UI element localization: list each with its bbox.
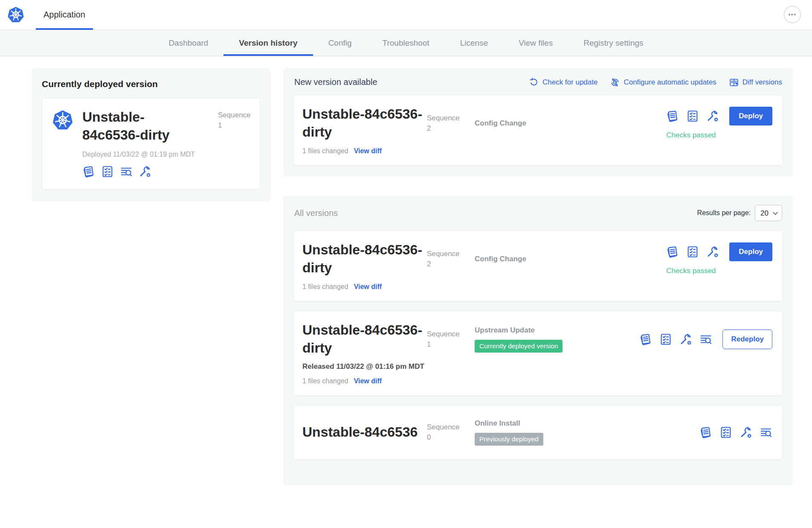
preflight-checks-icon[interactable] xyxy=(659,333,672,346)
config-icon[interactable] xyxy=(740,426,752,439)
logs-icon[interactable] xyxy=(760,426,772,439)
new-version-row: Unstable-84c6536-dirty Sequence 2 Config… xyxy=(293,95,783,166)
diff-icon xyxy=(729,78,739,87)
tab-registry-settings[interactable]: Registry settings xyxy=(568,30,658,56)
sequence-label: Sequence 2 xyxy=(427,249,475,269)
ellipsis-icon: ••• xyxy=(788,11,796,18)
previously-deployed-badge: Previously deployed xyxy=(475,433,543,446)
released-timestamp: Released 11/03/22 @ 01:16 pm MDT xyxy=(302,362,772,371)
sequence-label: Sequence 1 xyxy=(427,329,475,350)
deployed-timestamp: Deployed 11/03/22 @ 01:19 pm MDT xyxy=(82,151,218,158)
tab-version-history[interactable]: Version history xyxy=(223,30,313,56)
sequence-label: Sequence 1 xyxy=(218,108,250,178)
version-source: Online Install xyxy=(475,419,699,428)
preflight-checks-icon[interactable] xyxy=(101,165,114,178)
version-title: Unstable-84c6536-dirty xyxy=(302,321,427,357)
top-bar: Application ••• xyxy=(0,0,812,30)
overflow-menu-button[interactable]: ••• xyxy=(784,6,801,23)
version-row: Unstable-84c6536 Sequence 0 Online Insta… xyxy=(293,405,783,460)
new-version-heading: New version available xyxy=(294,77,377,87)
deploy-button[interactable]: Deploy xyxy=(729,107,772,125)
tab-license[interactable]: License xyxy=(445,30,504,56)
release-notes-icon[interactable] xyxy=(666,245,679,258)
tab-dashboard[interactable]: Dashboard xyxy=(153,30,223,56)
preflight-checks-icon[interactable] xyxy=(719,426,732,439)
view-diff-link[interactable]: View diff xyxy=(354,283,382,291)
version-row: Unstable-84c6536-dirty Sequence 2 Config… xyxy=(293,230,783,301)
logs-icon[interactable] xyxy=(699,333,712,346)
sequence-value: 1 xyxy=(427,339,475,350)
app-title: Application xyxy=(44,10,85,20)
results-per-page-label: Results per page: xyxy=(697,209,751,217)
release-notes-icon[interactable] xyxy=(666,110,679,123)
all-versions-panel: All versions Results per page: 20 xyxy=(283,195,793,485)
sequence-value: 0 xyxy=(427,432,475,443)
main-content: Currently deployed version Unstable-84c6… xyxy=(0,56,812,485)
check-for-update-link[interactable]: Check for update xyxy=(529,78,597,87)
config-icon[interactable] xyxy=(679,333,692,346)
currently-deployed-badge: Currently deployed version xyxy=(475,340,563,353)
version-title: Unstable-84c6536-dirty xyxy=(302,105,427,141)
config-icon[interactable] xyxy=(706,110,719,123)
files-changed-text: 1 files changed xyxy=(302,283,348,291)
version-title: Unstable-84c6536 xyxy=(302,423,427,441)
version-source: Config Change xyxy=(475,119,666,128)
kubernetes-app-icon xyxy=(52,109,74,131)
sequence-value: 1 xyxy=(218,120,250,131)
preflight-checks-icon[interactable] xyxy=(686,245,699,258)
results-per-page-select[interactable]: 20 xyxy=(755,205,782,221)
currently-deployed-panel: Currently deployed version Unstable-84c6… xyxy=(32,68,270,201)
view-diff-link[interactable]: View diff xyxy=(354,147,382,155)
view-diff-link[interactable]: View diff xyxy=(354,377,382,385)
preflight-checks-icon[interactable] xyxy=(686,110,699,123)
sequence-label: Sequence 2 xyxy=(427,113,475,134)
version-row: Unstable-84c6536-dirty Sequence 1 Upstre… xyxy=(293,311,783,395)
release-notes-icon[interactable] xyxy=(639,333,652,346)
sequence-value: 2 xyxy=(427,259,475,269)
kubernetes-logo-icon xyxy=(7,6,25,24)
version-source: Config Change xyxy=(475,255,666,263)
checks-passed-status: Checks passed xyxy=(666,267,716,275)
all-versions-heading: All versions xyxy=(294,208,338,218)
deployed-version-title: Unstable-84c6536-dirty xyxy=(82,108,193,144)
files-changed-text: 1 files changed xyxy=(302,147,348,155)
tab-troubleshoot[interactable]: Troubleshoot xyxy=(367,30,445,56)
release-notes-icon[interactable] xyxy=(82,165,95,178)
currently-deployed-heading: Currently deployed version xyxy=(42,79,260,89)
tab-view-files[interactable]: View files xyxy=(503,30,568,56)
redeploy-button[interactable]: Redeploy xyxy=(722,330,772,349)
deploy-button[interactable]: Deploy xyxy=(729,242,772,261)
version-title: Unstable-84c6536-dirty xyxy=(302,241,427,277)
checks-passed-status: Checks passed xyxy=(666,131,716,140)
version-source: Upstream Update xyxy=(475,326,639,335)
deployed-version-card: Unstable-84c6536-dirty Deployed 11/03/22… xyxy=(42,98,260,190)
new-version-panel: New version available Check for update C… xyxy=(283,68,793,177)
configure-automatic-updates-link[interactable]: Configure automatic updates xyxy=(610,78,716,87)
nav-bar: Dashboard Version history Config Trouble… xyxy=(0,30,812,56)
config-icon[interactable] xyxy=(139,165,151,178)
diff-versions-link[interactable]: Diff versions xyxy=(729,78,782,87)
sequence-label: Sequence 0 xyxy=(427,422,475,443)
auto-update-icon xyxy=(610,78,620,87)
app-tab[interactable]: Application xyxy=(36,0,93,29)
logs-icon[interactable] xyxy=(120,165,133,178)
tab-config[interactable]: Config xyxy=(313,30,367,56)
files-changed-text: 1 files changed xyxy=(302,377,348,385)
release-notes-icon[interactable] xyxy=(699,426,712,439)
refresh-icon xyxy=(529,78,539,87)
sequence-value: 2 xyxy=(427,123,475,134)
config-icon[interactable] xyxy=(706,245,719,258)
